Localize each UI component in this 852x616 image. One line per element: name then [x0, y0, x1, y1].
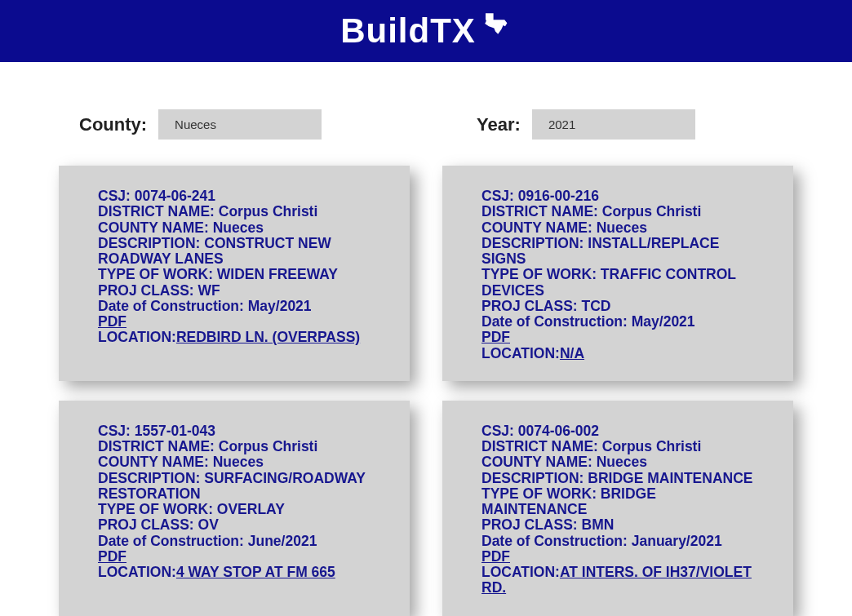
typeofwork-line: TYPE OF WORK: BRIDGE MAINTENANCE: [481, 486, 761, 518]
date-line: Date of Construction: May/2021: [481, 314, 761, 330]
csj-line: CSJ: 0074-06-241: [98, 188, 377, 204]
result-card: CSJ: 0916-00-216DISTRICT NAME: Corpus Ch…: [442, 166, 793, 381]
pdf-link[interactable]: PDF: [98, 313, 126, 330]
typeofwork-line: TYPE OF WORK: WIDEN FREEWAY: [98, 267, 377, 282]
location-label: LOCATION:: [481, 345, 560, 361]
result-card: CSJ: 1557-01-043DISTRICT NAME: Corpus Ch…: [59, 401, 410, 616]
location-line: LOCATION:REDBIRD LN. (OVERPASS): [98, 330, 377, 345]
results-grid: CSJ: 0074-06-241DISTRICT NAME: Corpus Ch…: [59, 166, 793, 616]
location-link[interactable]: 4 WAY STOP AT FM 665: [176, 564, 335, 580]
texas-icon: [479, 7, 512, 48]
csj-line: CSJ: 0916-00-216: [481, 188, 761, 204]
location-line: LOCATION:4 WAY STOP AT FM 665: [98, 565, 377, 580]
pdf-link[interactable]: PDF: [481, 329, 510, 345]
description-line: DESCRIPTION: INSTALL/REPLACE SIGNS: [481, 236, 761, 268]
pdf-link[interactable]: PDF: [98, 548, 126, 565]
location-label: LOCATION:: [98, 564, 176, 580]
location-link[interactable]: REDBIRD LN. (OVERPASS): [176, 329, 360, 345]
location-label: LOCATION:: [98, 329, 176, 345]
year-label: Year:: [477, 114, 521, 135]
csj-line: CSJ: 0074-06-002: [481, 423, 761, 439]
district-line: DISTRICT NAME: Corpus Christi: [98, 439, 377, 454]
county-line: COUNTY NAME: Nueces: [98, 220, 377, 236]
description-line: DESCRIPTION: CONSTRUCT NEW ROADWAY LANES: [98, 236, 377, 268]
typeofwork-line: TYPE OF WORK: TRAFFIC CONTROL DEVICES: [481, 267, 761, 299]
filters: County: Year:: [59, 62, 793, 149]
description-line: DESCRIPTION: SURFACING/ROADWAY RESTORATI…: [98, 471, 377, 503]
header: BuildTX: [0, 0, 852, 62]
county-input[interactable]: [158, 109, 322, 140]
county-line: COUNTY NAME: Nueces: [481, 454, 761, 470]
projclass-line: PROJ CLASS: TCD: [481, 299, 761, 314]
projclass-line: PROJ CLASS: WF: [98, 283, 377, 299]
header-title-wrap: BuildTX: [340, 11, 512, 51]
district-line: DISTRICT NAME: Corpus Christi: [481, 204, 761, 219]
description-line: DESCRIPTION: BRIDGE MAINTENANCE: [481, 471, 761, 486]
result-card: CSJ: 0074-06-002DISTRICT NAME: Corpus Ch…: [442, 401, 793, 616]
county-label: County:: [79, 114, 147, 135]
district-line: DISTRICT NAME: Corpus Christi: [481, 439, 761, 454]
year-input[interactable]: [532, 109, 695, 140]
filter-year: Year:: [477, 109, 695, 140]
app-title: BuildTX: [340, 11, 476, 51]
location-line: LOCATION:N/A: [481, 346, 761, 361]
location-label: LOCATION:: [481, 564, 560, 580]
date-line: Date of Construction: January/2021: [481, 534, 761, 549]
location-line: LOCATION:AT INTERS. OF IH37/VIOLET RD.: [481, 565, 761, 596]
projclass-line: PROJ CLASS: OV: [98, 517, 377, 533]
district-line: DISTRICT NAME: Corpus Christi: [98, 204, 377, 219]
county-line: COUNTY NAME: Nueces: [481, 220, 761, 236]
typeofwork-line: TYPE OF WORK: OVERLAY: [98, 502, 377, 517]
date-line: Date of Construction: June/2021: [98, 534, 377, 549]
projclass-line: PROJ CLASS: BMN: [481, 517, 761, 533]
county-line: COUNTY NAME: Nueces: [98, 454, 377, 470]
location-link[interactable]: N/A: [560, 345, 584, 361]
filter-county: County:: [79, 109, 322, 140]
date-line: Date of Construction: May/2021: [98, 299, 377, 314]
pdf-link[interactable]: PDF: [481, 548, 510, 565]
result-card: CSJ: 0074-06-241DISTRICT NAME: Corpus Ch…: [59, 166, 410, 381]
csj-line: CSJ: 1557-01-043: [98, 423, 377, 439]
